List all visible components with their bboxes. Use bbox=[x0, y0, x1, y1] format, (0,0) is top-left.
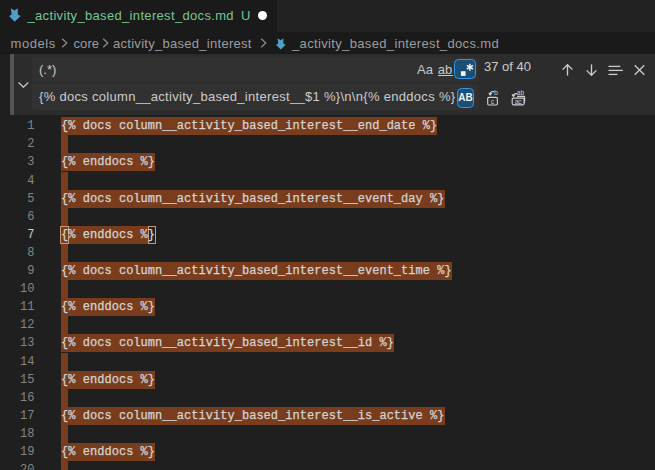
svg-text:ac: ac bbox=[515, 98, 523, 105]
svg-text:c: c bbox=[491, 98, 495, 105]
svg-text:b: b bbox=[494, 89, 498, 96]
svg-text:ab: ab bbox=[517, 89, 525, 96]
